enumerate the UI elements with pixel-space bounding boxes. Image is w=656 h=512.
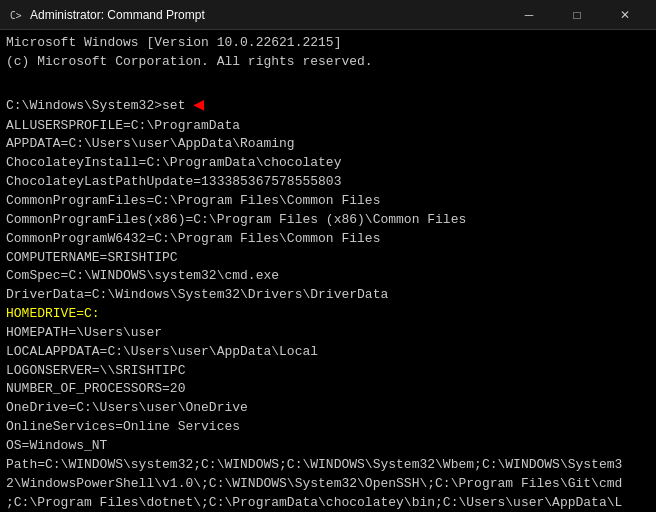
title-bar-title: Administrator: Command Prompt bbox=[30, 8, 205, 22]
line-homedrive: HOMEDRIVE=C: bbox=[6, 305, 650, 324]
line-chocolastpath: ChocolateyLastPathUpdate=133385367578555… bbox=[6, 173, 650, 192]
line-prompt: C:\Windows\System32>set ◀ bbox=[6, 91, 650, 117]
svg-text:C>: C> bbox=[10, 10, 22, 21]
line-1: Microsoft Windows [Version 10.0.22621.22… bbox=[6, 34, 650, 53]
close-button[interactable]: ✕ bbox=[602, 0, 648, 30]
line-commonpf86: CommonProgramFiles(x86)=C:\Program Files… bbox=[6, 211, 650, 230]
title-bar-left: C> Administrator: Command Prompt bbox=[8, 7, 205, 23]
maximize-button[interactable]: □ bbox=[554, 0, 600, 30]
line-onedrive: OneDrive=C:\Users\user\OneDrive bbox=[6, 399, 650, 418]
line-homepath: HOMEPATH=\Users\user bbox=[6, 324, 650, 343]
line-commonpfw6432: CommonProgramW6432=C:\Program Files\Comm… bbox=[6, 230, 650, 249]
line-comspec: ComSpec=C:\WINDOWS\system32\cmd.exe bbox=[6, 267, 650, 286]
title-bar: C> Administrator: Command Prompt ─ □ ✕ bbox=[0, 0, 656, 30]
line-driverdata: DriverData=C:\Windows\System32\Drivers\D… bbox=[6, 286, 650, 305]
line-allusers: ALLUSERSPROFILE=C:\ProgramData bbox=[6, 117, 650, 136]
line-logonserver: LOGONSERVER=\\SRISHTIPC bbox=[6, 362, 650, 381]
line-appdata: APPDATA=C:\Users\user\AppData\Roaming bbox=[6, 135, 650, 154]
title-bar-controls: ─ □ ✕ bbox=[506, 0, 648, 30]
line-computername: COMPUTERNAME=SRISHTIPC bbox=[6, 249, 650, 268]
line-os: OS=Windows_NT bbox=[6, 437, 650, 456]
line-onlineservices: OnlineServices=Online Services bbox=[6, 418, 650, 437]
line-2: (c) Microsoft Corporation. All rights re… bbox=[6, 53, 650, 72]
terminal-content: Microsoft Windows [Version 10.0.22621.22… bbox=[0, 30, 656, 512]
line-localappdata: LOCALAPPDATA=C:\Users\user\AppData\Local bbox=[6, 343, 650, 362]
line-commonpf: CommonProgramFiles=C:\Program Files\Comm… bbox=[6, 192, 650, 211]
arrow-icon: ◀ bbox=[193, 95, 204, 115]
line-numproc: NUMBER_OF_PROCESSORS=20 bbox=[6, 380, 650, 399]
cmd-icon: C> bbox=[8, 7, 24, 23]
minimize-button[interactable]: ─ bbox=[506, 0, 552, 30]
line-chocoinstall: ChocolateyInstall=C:\ProgramData\chocola… bbox=[6, 154, 650, 173]
line-3 bbox=[6, 72, 650, 91]
line-path: Path=C:\WINDOWS\system32;C:\WINDOWS;C:\W… bbox=[6, 456, 650, 512]
